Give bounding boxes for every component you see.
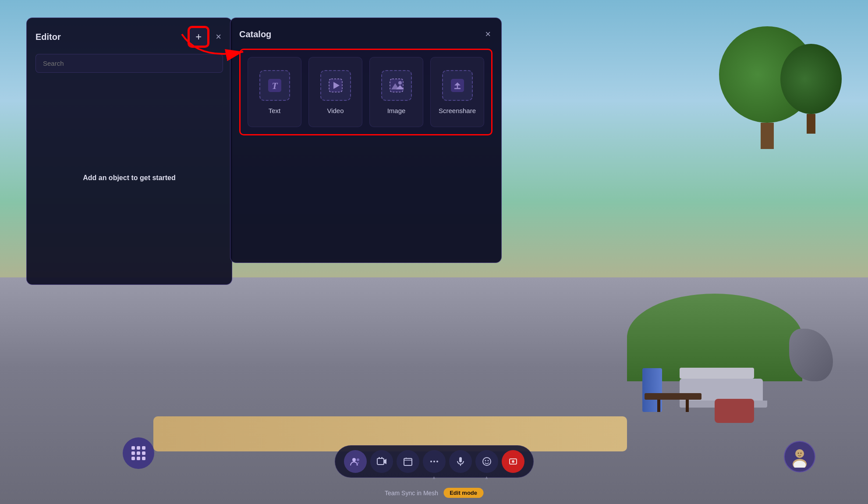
video-item-label: Video	[327, 107, 344, 114]
svg-point-26	[485, 460, 486, 461]
record-icon	[508, 456, 518, 467]
grid-dot-4	[131, 451, 135, 455]
svg-rect-15	[377, 458, 384, 465]
film-icon	[376, 456, 387, 467]
svg-point-34	[801, 453, 802, 454]
catalog-header: Catalog ×	[239, 27, 492, 42]
grid-dot-2	[137, 446, 140, 450]
grid-dot-3	[142, 446, 145, 450]
taskbar-emoji-button[interactable]	[475, 450, 498, 473]
catalog-close-button[interactable]: ×	[483, 27, 492, 42]
mic-button-container	[449, 450, 472, 473]
screenshare-icon	[449, 77, 466, 94]
catalog-items-highlight: T Text Video	[239, 49, 492, 135]
mic-icon	[455, 456, 466, 467]
svg-rect-23	[459, 457, 462, 462]
status-bar: Team Sync in Mesh Edit mode	[385, 488, 483, 498]
screenshare-item-icon	[442, 70, 473, 101]
video-icon	[327, 77, 344, 94]
svg-point-29	[512, 460, 514, 463]
taskbar-people-button[interactable]	[344, 450, 367, 473]
svg-rect-19	[404, 458, 412, 465]
svg-point-13	[352, 458, 356, 461]
svg-point-27	[487, 460, 489, 461]
taskbar-bar: ▲	[335, 445, 534, 478]
editor-close-button[interactable]: ×	[214, 29, 223, 44]
taskbar: ▲	[335, 445, 534, 478]
svg-point-21	[433, 461, 435, 462]
edit-mode-badge[interactable]: Edit mode	[443, 488, 483, 498]
image-item-label: Image	[387, 107, 406, 114]
svg-point-25	[483, 458, 491, 465]
svg-text:T: T	[272, 80, 278, 91]
emoji-chevron-icon: ▲	[485, 475, 489, 480]
grid-button-container	[123, 437, 154, 469]
taskbar-more-button[interactable]	[423, 450, 446, 473]
catalog-items-grid: T Text Video	[248, 57, 484, 127]
image-item-icon	[381, 70, 412, 101]
add-object-button[interactable]: +	[188, 27, 209, 47]
status-text: Team Sync in Mesh	[385, 490, 438, 497]
editor-title: Editor	[35, 32, 61, 42]
text-item-label: Text	[269, 107, 281, 114]
grid-dot-8	[137, 457, 140, 460]
svg-point-20	[430, 461, 432, 462]
avatar-icon	[789, 446, 811, 468]
editor-header: Editor + ×	[35, 27, 223, 47]
catalog-item-screenshare[interactable]: Screenshare	[430, 57, 484, 127]
svg-rect-18	[381, 457, 383, 459]
editor-empty-state: Add an object to get started	[35, 80, 223, 276]
svg-point-30	[795, 449, 804, 458]
editor-search-input[interactable]	[35, 54, 223, 73]
save-icon	[403, 456, 413, 467]
text-icon: T	[266, 77, 283, 94]
avatar-button-container	[784, 441, 815, 472]
ui-layer: Editor + × Add an object to get started …	[0, 0, 868, 504]
catalog-item-text[interactable]: T Text	[248, 57, 301, 127]
editor-empty-text: Add an object to get started	[83, 174, 176, 182]
editor-panel: Editor + × Add an object to get started	[26, 18, 232, 285]
apps-grid-button[interactable]	[123, 437, 154, 469]
grid-dots-icon	[131, 446, 145, 460]
svg-point-33	[798, 453, 799, 454]
people-icon	[350, 456, 361, 467]
video-item-icon	[320, 70, 351, 101]
grid-dot-7	[131, 457, 135, 460]
catalog-item-image[interactable]: Image	[369, 57, 423, 127]
taskbar-save-button[interactable]	[397, 450, 419, 473]
taskbar-film-button[interactable]	[370, 450, 393, 473]
taskbar-record-button[interactable]	[502, 450, 524, 473]
more-chevron-icon: ▲	[432, 475, 436, 480]
text-item-icon: T	[259, 70, 290, 101]
svg-point-22	[436, 461, 438, 462]
grid-dot-9	[142, 457, 145, 460]
emoji-button-container: ▲	[475, 450, 498, 473]
svg-point-8	[398, 81, 402, 85]
svg-rect-17	[379, 457, 380, 459]
svg-point-14	[357, 458, 359, 461]
image-icon	[388, 77, 405, 94]
screenshare-item-label: Screenshare	[439, 107, 476, 114]
taskbar-mic-button[interactable]	[449, 450, 472, 473]
more-button-container: ▲	[423, 450, 446, 473]
grid-dot-5	[137, 451, 140, 455]
grid-dot-6	[142, 451, 145, 455]
more-icon	[429, 456, 439, 467]
grid-dot-1	[131, 446, 135, 450]
user-avatar-button[interactable]	[784, 441, 815, 472]
catalog-panel: Catalog × T Text	[230, 18, 502, 263]
emoji-icon	[482, 456, 492, 467]
editor-actions: + ×	[188, 27, 223, 47]
catalog-title: Catalog	[239, 29, 271, 39]
catalog-item-video[interactable]: Video	[308, 57, 362, 127]
